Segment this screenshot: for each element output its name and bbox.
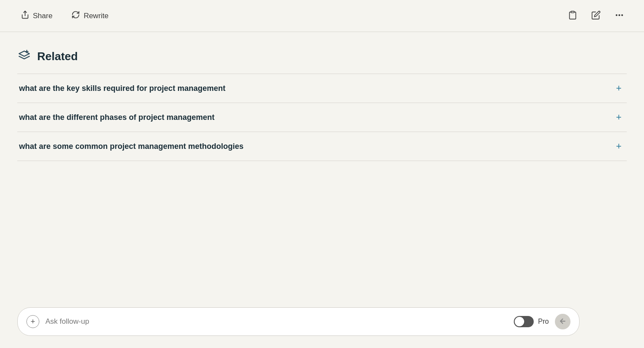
- toggle-knob: [515, 317, 524, 326]
- edit-button[interactable]: [589, 8, 603, 24]
- related-item-text: what are the different phases of project…: [19, 113, 215, 122]
- rewrite-button[interactable]: Rewrite: [68, 9, 112, 23]
- related-item-add-button-3[interactable]: +: [612, 142, 625, 151]
- svg-point-2: [616, 15, 617, 16]
- related-item-add-button-1[interactable]: +: [612, 84, 625, 93]
- related-title: Related: [37, 50, 78, 63]
- share-button[interactable]: Share: [17, 9, 56, 23]
- main-content: Related what are the key skills required…: [0, 32, 644, 300]
- related-item[interactable]: what are the key skills required for pro…: [17, 74, 627, 103]
- related-list: what are the key skills required for pro…: [17, 74, 627, 161]
- related-icon: [17, 49, 31, 63]
- svg-point-4: [622, 15, 622, 16]
- clipboard-icon: [568, 10, 577, 21]
- related-header: Related: [17, 49, 627, 63]
- related-item[interactable]: what are some common project management …: [17, 132, 627, 161]
- share-icon: [21, 10, 29, 21]
- toolbar-right: [565, 8, 627, 24]
- related-item-add-button-2[interactable]: +: [612, 113, 625, 122]
- toolbar: Share Rewrite: [0, 0, 644, 32]
- related-item[interactable]: what are the different phases of project…: [17, 103, 627, 132]
- input-container: + Pro: [17, 307, 580, 336]
- send-button[interactable]: [555, 314, 570, 329]
- rewrite-label: Rewrite: [83, 12, 109, 20]
- edit-icon: [591, 10, 601, 21]
- toolbar-left: Share Rewrite: [17, 9, 112, 23]
- share-label: Share: [33, 12, 52, 20]
- clipboard-button[interactable]: [565, 8, 580, 24]
- send-icon: [559, 317, 567, 326]
- rewrite-icon: [71, 10, 80, 21]
- more-icon: [615, 10, 624, 21]
- related-item-text: what are some common project management …: [19, 142, 244, 151]
- svg-rect-1: [571, 11, 574, 13]
- pro-toggle[interactable]: [514, 316, 534, 327]
- follow-up-input[interactable]: [45, 317, 508, 326]
- page-container: Share Rewrite: [0, 0, 644, 348]
- pro-toggle-area: Pro: [514, 316, 549, 327]
- add-button[interactable]: +: [26, 315, 39, 328]
- more-options-button[interactable]: [612, 8, 627, 24]
- related-item-text: what are the key skills required for pro…: [19, 84, 225, 93]
- bottom-area: + Pro: [0, 300, 644, 348]
- svg-point-3: [619, 15, 620, 16]
- pro-label: Pro: [538, 318, 549, 325]
